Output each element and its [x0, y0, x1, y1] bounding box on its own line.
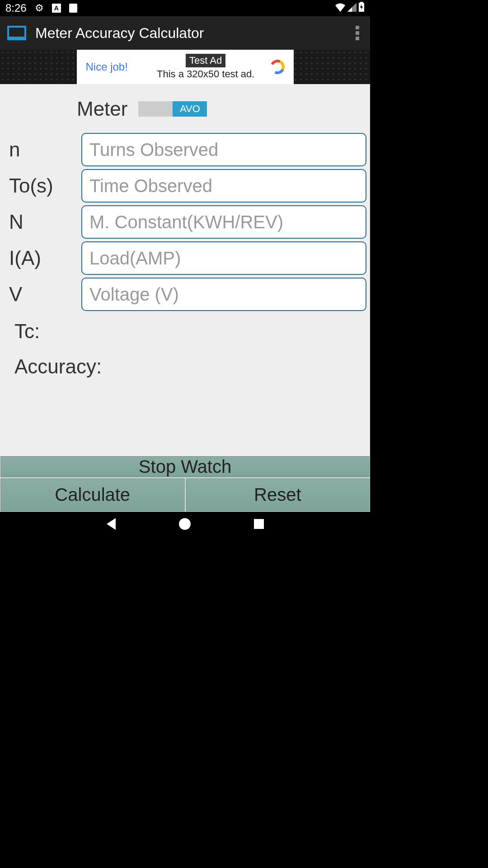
row-voltage: V — [9, 278, 366, 311]
label-n: n — [9, 138, 81, 161]
app-bar: Meter Accuracy Calculator — [0, 16, 370, 50]
ad-nice-text: Nice job! — [86, 61, 128, 73]
meter-label: Meter — [77, 98, 127, 120]
label-I: I(A) — [9, 247, 81, 269]
wifi-icon — [335, 2, 346, 14]
nav-recent-icon[interactable] — [254, 519, 264, 529]
app-icon — [7, 26, 26, 40]
label-N: N — [9, 211, 81, 233]
input-voltage[interactable] — [81, 278, 366, 311]
button-area: Stop Watch Calculate Reset — [0, 456, 370, 512]
status-time: 8:26 — [5, 2, 27, 14]
label-V: V — [9, 283, 81, 306]
status-bar: 8:26 ⚙ A — [0, 0, 370, 16]
signal-icon — [347, 2, 357, 14]
a-icon: A — [52, 4, 61, 13]
row-turns: n — [9, 133, 366, 166]
meter-toggle-active: AVO — [173, 101, 207, 117]
battery-icon — [358, 2, 365, 14]
ad-banner[interactable]: Nice job! Test Ad This a 320x50 test ad. — [0, 50, 370, 84]
result-accuracy: Accuracy: — [9, 349, 366, 384]
sd-card-icon — [69, 4, 77, 13]
input-turns-observed[interactable] — [81, 133, 366, 166]
status-left: 8:26 ⚙ A — [5, 2, 77, 14]
ad-label: Test Ad — [186, 54, 225, 67]
meter-toggle-row: Meter AVO — [77, 98, 366, 120]
reset-button[interactable]: Reset — [186, 478, 370, 511]
app-title: Meter Accuracy Calculator — [35, 25, 352, 42]
nav-back-icon[interactable] — [107, 518, 116, 530]
content-area: Nice job! Test Ad This a 320x50 test ad.… — [0, 50, 370, 512]
settings-icon: ⚙ — [35, 2, 44, 14]
form-area: Meter AVO n To(s) N I(A) V Tc: Accuracy: — [0, 84, 370, 456]
input-meter-constant[interactable] — [81, 205, 366, 239]
nav-bar — [0, 512, 370, 536]
nav-home-icon[interactable] — [179, 518, 191, 530]
more-options-icon[interactable] — [352, 22, 363, 44]
status-right — [335, 2, 365, 14]
ad-subtext: This a 320x50 test ad. — [157, 68, 254, 80]
result-tc: Tc: — [9, 314, 366, 349]
stopwatch-button[interactable]: Stop Watch — [0, 456, 370, 477]
row-load: I(A) — [9, 241, 366, 275]
input-time-observed[interactable] — [81, 169, 366, 203]
svg-rect-0 — [360, 2, 363, 3]
input-load[interactable] — [81, 241, 366, 275]
meter-toggle[interactable]: AVO — [138, 101, 207, 117]
row-constant: N — [9, 205, 366, 239]
row-time: To(s) — [9, 169, 366, 203]
admob-logo-icon — [268, 57, 286, 76]
label-to: To(s) — [9, 175, 81, 197]
calculate-button[interactable]: Calculate — [0, 478, 185, 511]
